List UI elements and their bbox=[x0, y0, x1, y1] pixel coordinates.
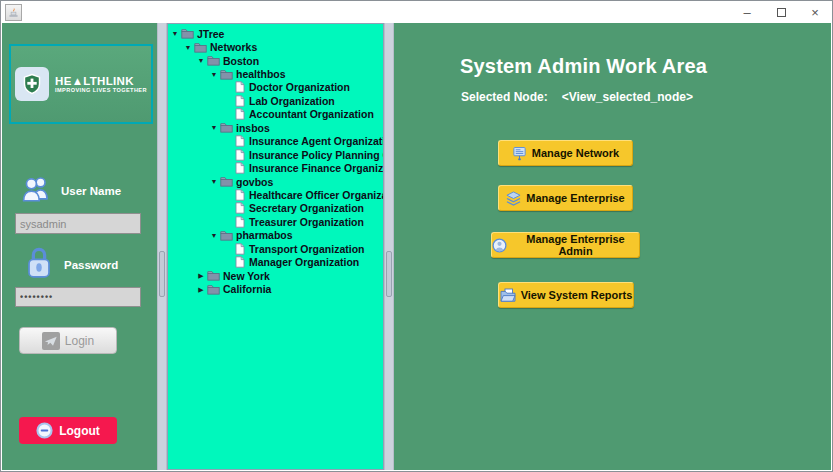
file-icon bbox=[232, 216, 247, 228]
work-area-button[interactable]: View System Reports bbox=[498, 282, 634, 308]
left-scrollbar-thumb[interactable] bbox=[159, 251, 165, 297]
tree-node[interactable]: Doctor Organization bbox=[168, 81, 383, 94]
tree-scrollbar[interactable] bbox=[384, 23, 394, 470]
tree-node-label: Doctor Organization bbox=[249, 81, 350, 93]
tree-node-label: Insurance Finance Organization bbox=[249, 162, 384, 174]
admin-user-icon bbox=[492, 238, 507, 253]
username-input[interactable] bbox=[15, 213, 141, 234]
expand-toggle-icon[interactable]: ▶ bbox=[196, 272, 206, 279]
tree-node-label: insbos bbox=[236, 122, 270, 134]
folder-icon bbox=[219, 230, 234, 241]
tree-node-label: Insurance Policy Planning Organization bbox=[249, 149, 384, 161]
users-icon bbox=[19, 173, 53, 209]
tree-node[interactable]: Insurance Policy Planning Organization bbox=[168, 148, 383, 161]
logout-button[interactable]: Logout bbox=[19, 417, 117, 444]
file-icon bbox=[232, 202, 247, 214]
tree-node-label: Treasurer Organization bbox=[249, 216, 364, 228]
minus-circle-icon bbox=[36, 422, 53, 439]
logout-label: Logout bbox=[59, 424, 100, 438]
password-row: Password bbox=[24, 244, 118, 286]
titlebar: – × bbox=[1, 1, 832, 23]
tree-node[interactable]: Accountant Organization bbox=[168, 108, 383, 121]
brand-name: HE▲LTHLINK bbox=[55, 75, 147, 88]
expand-toggle-icon[interactable]: ▶ bbox=[196, 286, 206, 293]
tree-node[interactable]: ▼ healthbos bbox=[168, 67, 383, 80]
expand-toggle-icon[interactable]: ▼ bbox=[170, 30, 180, 37]
work-area-button-label: Manage Enterprise Admin bbox=[512, 233, 639, 257]
tree-node[interactable]: ▼ JTree bbox=[168, 27, 383, 40]
file-icon bbox=[232, 149, 247, 161]
maximize-icon bbox=[777, 8, 786, 17]
java-app-icon bbox=[5, 4, 22, 21]
file-icon bbox=[232, 108, 247, 120]
tree-node-label: Manager Organization bbox=[249, 256, 359, 268]
file-icon bbox=[232, 162, 247, 174]
file-icon bbox=[232, 95, 247, 107]
lock-icon bbox=[24, 244, 54, 286]
healthlink-logo: HE▲LTHLINK IMPROVING LIVES TOGETHER bbox=[9, 44, 153, 124]
main-content: HE▲LTHLINK IMPROVING LIVES TOGETHER bbox=[2, 23, 831, 470]
work-area-button-label: View System Reports bbox=[521, 289, 633, 301]
paper-plane-icon bbox=[42, 332, 60, 350]
tree-node[interactable]: ▶ California bbox=[168, 282, 383, 295]
tree-node[interactable]: ▶ New York bbox=[168, 269, 383, 282]
expand-toggle-icon[interactable]: ▼ bbox=[196, 57, 206, 64]
selected-node-row: Selected Node: <View_selected_node> bbox=[461, 90, 693, 104]
tree-node-label: Accountant Organization bbox=[249, 108, 374, 120]
tree-node[interactable]: Treasurer Organization bbox=[168, 215, 383, 228]
tree-node-label: Networks bbox=[210, 41, 257, 53]
brand-tagline: IMPROVING LIVES TOGETHER bbox=[55, 87, 147, 93]
file-icon bbox=[232, 81, 247, 93]
folder-icon bbox=[206, 270, 221, 281]
login-panel: HE▲LTHLINK IMPROVING LIVES TOGETHER bbox=[2, 23, 157, 470]
work-area-button-label: Manage Network bbox=[532, 147, 619, 159]
tree-node[interactable]: ▼ insbos bbox=[168, 121, 383, 134]
file-icon bbox=[232, 135, 247, 147]
jtree: ▼ JTree ▼ Networks ▼ Boston ▼ healthbos … bbox=[168, 27, 383, 296]
network-server-icon bbox=[512, 146, 527, 161]
tree-node[interactable]: Manager Organization bbox=[168, 255, 383, 268]
folder-icon bbox=[219, 176, 234, 187]
expand-toggle-icon[interactable]: ▼ bbox=[209, 178, 219, 185]
tree-node[interactable]: ▼ govbos bbox=[168, 175, 383, 188]
folder-icon bbox=[206, 55, 221, 66]
brand-text: HE▲LTHLINK IMPROVING LIVES TOGETHER bbox=[55, 75, 147, 94]
work-area-button[interactable]: Manage Enterprise bbox=[498, 185, 633, 211]
selected-node-value: <View_selected_node> bbox=[562, 90, 693, 104]
tree-node-label: Insurance Agent Organization bbox=[249, 135, 384, 147]
tree-node[interactable]: Transport Organization bbox=[168, 242, 383, 255]
window-controls: – × bbox=[730, 1, 832, 23]
expand-toggle-icon[interactable]: ▼ bbox=[183, 44, 193, 51]
tree-node[interactable]: Healthcare Officer Organization bbox=[168, 188, 383, 201]
tree-node-label: pharmabos bbox=[236, 229, 293, 241]
tree-node[interactable]: ▼ Networks bbox=[168, 40, 383, 53]
work-area-title: System Admin Work Area bbox=[460, 55, 707, 78]
folder-icon bbox=[180, 28, 195, 39]
work-area-button[interactable]: Manage Network bbox=[498, 140, 633, 166]
tree-node[interactable]: Lab Organization bbox=[168, 94, 383, 107]
tree-node-label: California bbox=[223, 283, 271, 295]
tree-node[interactable]: Insurance Agent Organization bbox=[168, 135, 383, 148]
tree-node-label: Healthcare Officer Organization bbox=[249, 189, 384, 201]
expand-toggle-icon[interactable]: ▼ bbox=[209, 71, 219, 78]
expand-toggle-icon[interactable]: ▼ bbox=[209, 124, 219, 131]
folder-icon bbox=[219, 69, 234, 80]
tree-node[interactable]: ▼ pharmabos bbox=[168, 229, 383, 242]
layers-icon bbox=[506, 191, 521, 206]
minimize-button[interactable]: – bbox=[730, 1, 764, 23]
maximize-button[interactable] bbox=[764, 1, 798, 23]
tree-node[interactable]: Secretary Organization bbox=[168, 202, 383, 215]
tree-node[interactable]: ▼ Boston bbox=[168, 54, 383, 67]
left-scrollbar[interactable] bbox=[157, 23, 167, 470]
expand-toggle-icon[interactable]: ▼ bbox=[209, 232, 219, 239]
folder-icon bbox=[206, 284, 221, 295]
password-input[interactable] bbox=[15, 287, 141, 307]
close-button[interactable]: × bbox=[798, 1, 832, 23]
selected-node-label: Selected Node: bbox=[461, 90, 548, 104]
tree-node[interactable]: Insurance Finance Organization bbox=[168, 161, 383, 174]
login-label: Login bbox=[65, 334, 94, 348]
file-icon bbox=[232, 256, 247, 268]
login-button[interactable]: Login bbox=[19, 327, 117, 354]
work-area-button[interactable]: Manage Enterprise Admin bbox=[491, 232, 640, 258]
tree-scrollbar-thumb[interactable] bbox=[386, 251, 392, 297]
